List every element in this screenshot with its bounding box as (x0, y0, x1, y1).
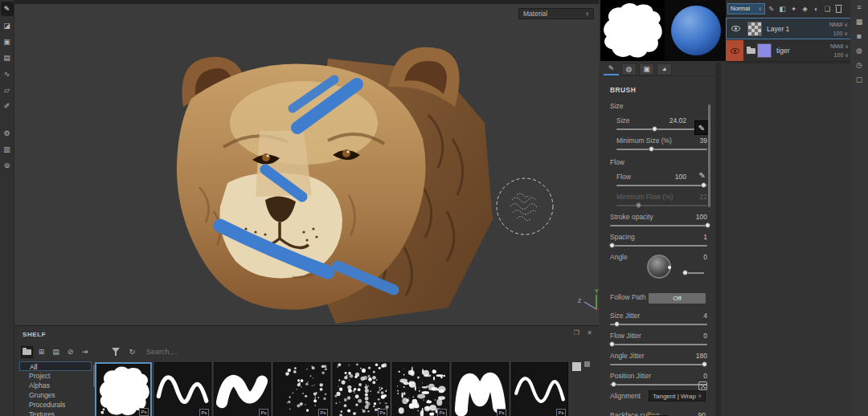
properties-tab-material[interactable]: ◕ (657, 63, 672, 75)
add-effect-icon[interactable]: ✎ (766, 3, 776, 14)
blend-mode-dropdown[interactable]: Normal ∨ (727, 3, 765, 14)
flow-slider[interactable] (616, 185, 707, 186)
stroke-opacity-slider-handle[interactable] (705, 222, 710, 228)
alpha-thick-wave[interactable]: Ps (452, 362, 509, 416)
projection-tool-icon[interactable]: ▣ (1, 35, 14, 48)
minimum-flow-slider[interactable] (616, 205, 707, 206)
shelf-category-procedurals[interactable]: Procedurals (19, 400, 92, 410)
alpha-speckle-dense[interactable]: Ps (333, 362, 390, 416)
shelf-folder-icon[interactable] (21, 346, 33, 358)
polygon-fill-tool-icon[interactable]: ▤ (1, 51, 14, 64)
layer-row-tiger[interactable]: tigerNMdl ∨100 ∨ (726, 40, 852, 62)
flow-jitter-slider-handle[interactable] (609, 341, 615, 347)
smudge-tool-icon[interactable]: ∿ (1, 67, 14, 80)
size-row: Size24.02✎ (616, 116, 707, 130)
angle-slider[interactable] (684, 272, 704, 274)
size-jitter-slider[interactable] (610, 324, 707, 325)
layer-visibility-toggle[interactable] (727, 18, 744, 39)
shelf-new-icon[interactable]: ⊞ (35, 346, 47, 358)
layer-channels-dropdown[interactable]: NMdl ∨ (829, 20, 848, 29)
add-fill-layer-icon[interactable]: ◧ (777, 3, 788, 14)
properties-tab-brush[interactable]: ✎ (604, 63, 619, 75)
position-jitter-slider[interactable] (610, 384, 707, 385)
layer-visibility-toggle[interactable] (726, 40, 743, 61)
thumbnail-size-small-toggle[interactable] (584, 361, 590, 367)
layer-channels-dropdown[interactable]: NMdl ∨ (830, 42, 849, 51)
shelf-category-textures[interactable]: Textures (19, 410, 92, 416)
add-mask-icon[interactable]: ◐ (811, 3, 821, 14)
settings-tool-icon[interactable]: ⚙ (1, 127, 14, 140)
add-folder-icon[interactable]: ❏ (822, 3, 833, 14)
spacing-slider-handle[interactable] (609, 243, 615, 248)
shader-settings-icon[interactable]: ◍ (850, 43, 868, 58)
minimum-size-slider[interactable] (616, 149, 707, 150)
stroke-opacity-slider[interactable] (610, 225, 707, 226)
thumbnail-size-large-toggle[interactable] (572, 362, 581, 371)
viewer-settings-icon[interactable]: ▢ (850, 72, 868, 87)
substance-painter-window: ✎◪▣▤∿▱✐⚙▥⊚ (0, 0, 868, 416)
pen-pressure-toggle[interactable]: ✎ (694, 120, 709, 135)
refresh-icon[interactable]: ↻ (126, 346, 138, 358)
flow-slider-handle[interactable] (701, 182, 706, 188)
size-slider-handle[interactable] (652, 126, 657, 132)
layer-row-layer-1[interactable]: Layer 1NMdl ∨100 ∨ (726, 18, 852, 39)
popout-icon[interactable]: ❐ (574, 329, 579, 336)
size-jitter-slider-handle[interactable] (614, 321, 620, 327)
shelf-hide-icon[interactable]: ⊘ (64, 346, 76, 358)
properties-tab-stencil[interactable]: ▣ (639, 63, 654, 75)
properties-tab-alpha[interactable]: ◍ (621, 63, 637, 75)
alpha-thick-squiggle[interactable]: Ps (214, 362, 271, 416)
shelf-category-all[interactable]: All (19, 361, 92, 371)
material-preview[interactable] (665, 0, 727, 61)
shelf-category-alphas[interactable]: Alphas (19, 381, 92, 390)
alpha-speckle-sparse[interactable]: Ps (273, 362, 330, 416)
resources-tool-icon[interactable]: ▥ (1, 143, 14, 156)
position-jitter-slider-handle[interactable] (611, 381, 616, 387)
angle-jitter-slider-handle[interactable] (702, 361, 707, 367)
display-settings-icon[interactable]: ◙ (850, 29, 868, 43)
preferences-tool-icon[interactable]: ⊚ (1, 159, 14, 172)
alpha-sine-stroke[interactable]: Ps (154, 362, 211, 416)
shelf-category-project[interactable]: Project (19, 371, 92, 381)
alignment-dropdown[interactable]: Tangent | Wrap∨ (649, 390, 706, 402)
angle-dial[interactable] (647, 255, 671, 279)
layer-opacity-dropdown[interactable]: 100 ∨ (833, 29, 848, 38)
eraser-tool-icon[interactable]: ◪ (1, 19, 14, 32)
size-slider[interactable] (616, 128, 696, 130)
shelf-category-grunges[interactable]: Grunges (19, 390, 92, 400)
minimum-size-slider-handle[interactable] (649, 146, 654, 152)
brush-alpha-preview[interactable] (600, 0, 665, 61)
delete-layer-icon[interactable] (833, 3, 844, 14)
angle-jitter-slider[interactable] (610, 364, 707, 365)
viewport-mode-dropdown[interactable]: Material ∨ (518, 8, 594, 19)
spacing-slider[interactable] (610, 245, 707, 247)
alpha-sine-stroke-2[interactable]: Ps (511, 362, 568, 416)
material-picker-tool-icon[interactable]: ✐ (1, 100, 14, 112)
history-icon[interactable]: ◷ (850, 58, 868, 72)
flow-jitter-slider[interactable] (610, 344, 707, 345)
alpha-preview-image (600, 0, 665, 61)
layer-opacity-dropdown[interactable]: 100 ∨ (834, 51, 849, 59)
shelf-title: SHELF (23, 331, 46, 338)
layers-panel-icon[interactable]: ≡ (850, 0, 868, 14)
random-seed-icon[interactable] (698, 381, 707, 390)
shelf-list-view-icon[interactable]: ▤ (50, 346, 62, 358)
minimum-flow-slider-handle[interactable] (636, 202, 641, 208)
shelf-import-icon[interactable]: ⇥ (79, 346, 91, 358)
search-input[interactable] (146, 348, 347, 356)
filter-icon[interactable] (112, 348, 120, 357)
properties-scrollbar[interactable] (708, 104, 710, 207)
follow-path-button[interactable]: Off (649, 293, 706, 304)
alpha-grunge-blob[interactable]: Ps (95, 362, 152, 416)
texture-set-settings-icon[interactable]: ▦ (850, 14, 868, 29)
viewport-3d[interactable]: Y X Z Material ∨ (14, 4, 599, 325)
add-smart-mask-icon[interactable]: ◈ (800, 3, 810, 14)
paint-tool-icon[interactable]: ✎ (1, 2, 14, 16)
close-icon[interactable]: ✕ (587, 329, 592, 336)
eye-icon (731, 26, 740, 31)
alpha-splatter[interactable]: Ps (392, 362, 449, 416)
add-smart-material-icon[interactable]: ✦ (788, 3, 799, 14)
clone-tool-icon[interactable]: ▱ (1, 84, 14, 96)
pen-pressure-toggle[interactable]: ✎ (699, 171, 706, 180)
angle-slider-handle[interactable] (682, 270, 688, 275)
